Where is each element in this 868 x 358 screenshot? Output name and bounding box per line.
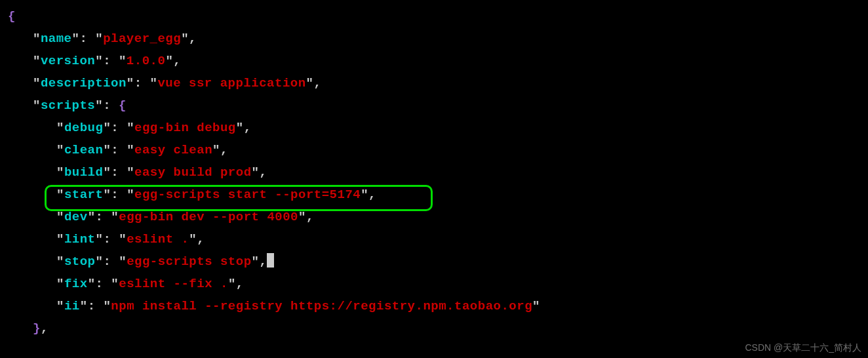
- watermark-text: CSDN @天草二十六_简村人: [745, 342, 861, 354]
- lint-line: "lint": "eslint .",: [8, 228, 860, 250]
- scripts-open-line: "scripts": {: [8, 94, 860, 117]
- clean-line: "clean": "easy clean",: [8, 139, 860, 161]
- version-line: "version": "1.0.0",: [8, 50, 860, 72]
- text-cursor: [267, 253, 274, 268]
- fix-line: "fix": "eslint --fix .",: [8, 273, 860, 295]
- scripts-close-line: },: [8, 317, 860, 340]
- stop-line: "stop": "egg-scripts stop",: [8, 250, 860, 273]
- debug-line: "debug": "egg-bin debug",: [8, 117, 860, 139]
- open-brace: {: [8, 5, 860, 28]
- ii-line: "ii": "npm install --registry https://re…: [8, 295, 860, 317]
- build-line: "build": "easy build prod",: [8, 161, 860, 184]
- dev-line: "dev": "egg-bin dev --port 4000",: [8, 206, 860, 228]
- name-line: "name": "player_egg",: [8, 28, 860, 50]
- start-line: "start": "egg-scripts start --port=5174"…: [8, 184, 860, 206]
- code-block: { "name": "player_egg", "version": "1.0.…: [8, 5, 860, 340]
- description-line: "description": "vue ssr application",: [8, 72, 860, 94]
